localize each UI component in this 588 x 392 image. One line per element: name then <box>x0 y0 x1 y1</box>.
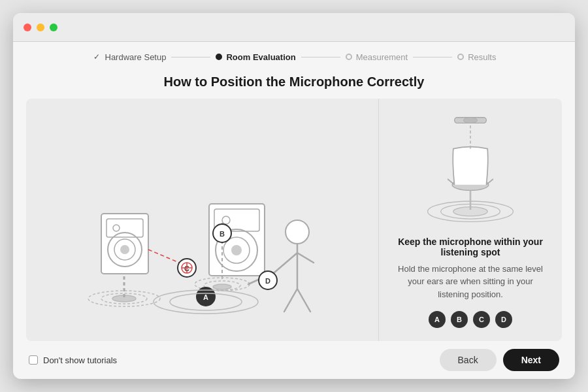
svg-text:D: D <box>265 277 270 285</box>
badge-a: A <box>429 311 446 328</box>
step-results-icon <box>457 54 464 60</box>
chair-illustration <box>412 112 529 226</box>
minimize-button[interactable] <box>37 24 44 31</box>
step-separator-1 <box>171 57 210 57</box>
step-measurement-icon <box>346 54 352 60</box>
svg-point-43 <box>464 118 478 123</box>
step-hardware-setup-icon: ✓ <box>92 51 101 63</box>
step-room-evaluation-icon <box>216 54 222 60</box>
dont-show-checkbox[interactable] <box>29 355 38 365</box>
right-panel: Keep the microphone within your listenin… <box>379 99 562 341</box>
step-room-evaluation-label: Room Evaluation <box>226 52 295 62</box>
title-bar <box>13 13 575 42</box>
main-window: ✓ Hardware Setup Room Evaluation Measure… <box>13 13 575 379</box>
step-separator-2 <box>301 57 340 57</box>
navigation-buttons: Back Next <box>440 349 559 371</box>
badge-row: A B C D <box>429 311 512 328</box>
badge-d: D <box>495 311 512 328</box>
footer: Don't show tutorials Back Next <box>13 341 575 379</box>
traffic-lights <box>24 24 57 31</box>
svg-text:A: A <box>203 293 208 301</box>
dont-show-tutorials-label[interactable]: Don't show tutorials <box>29 355 117 365</box>
svg-point-7 <box>120 245 129 254</box>
step-measurement: Measurement <box>346 52 408 62</box>
svg-point-13 <box>231 245 242 255</box>
badge-c: C <box>473 311 490 328</box>
right-panel-heading: Keep the microphone within your listenin… <box>392 237 549 257</box>
step-hardware-setup: ✓ Hardware Setup <box>92 51 167 63</box>
content-area: C B D A <box>26 99 562 341</box>
dont-show-label-text: Don't show tutorials <box>43 355 117 365</box>
svg-point-28 <box>286 220 309 244</box>
step-results-label: Results <box>468 52 496 62</box>
maximize-button[interactable] <box>50 24 57 31</box>
step-hardware-setup-label: Hardware Setup <box>105 52 167 62</box>
step-room-evaluation: Room Evaluation <box>216 52 295 62</box>
close-button[interactable] <box>24 24 31 31</box>
step-measurement-label: Measurement <box>356 52 408 62</box>
page-title: How to Position the Microphone Correctly <box>13 69 575 99</box>
stepper-bar: ✓ Hardware Setup Room Evaluation Measure… <box>13 42 575 69</box>
microphone-illustration: C B D A <box>65 122 340 318</box>
svg-text:B: B <box>220 230 225 238</box>
step-separator-3 <box>413 57 452 57</box>
back-button[interactable]: Back <box>440 349 497 371</box>
right-panel-body: Hold the microphone at the same level yo… <box>392 263 549 301</box>
step-results: Results <box>457 52 496 62</box>
left-panel: C B D A <box>26 99 379 341</box>
next-button[interactable]: Next <box>503 349 559 371</box>
badge-b: B <box>451 311 468 328</box>
svg-point-19 <box>213 284 231 289</box>
